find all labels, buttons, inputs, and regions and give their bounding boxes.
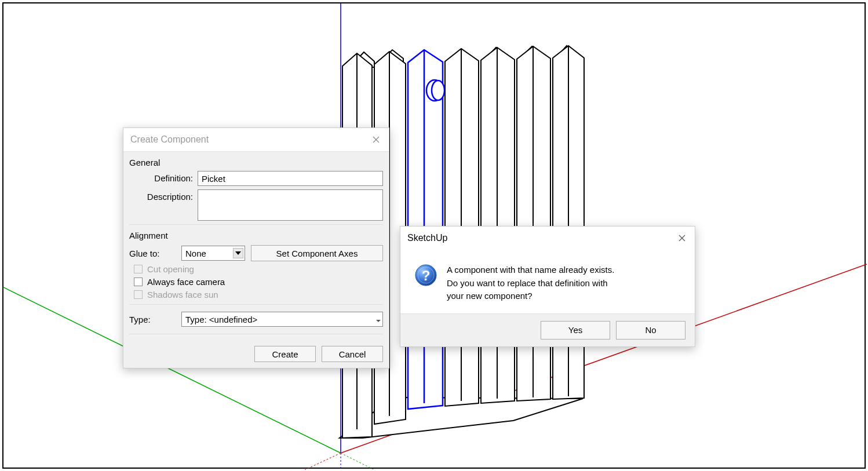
yes-button[interactable]: Yes — [541, 321, 610, 339]
create-component-dialog[interactable]: Create Component General Definition: Des… — [123, 127, 389, 368]
cancel-button[interactable]: Cancel — [322, 346, 383, 362]
confirm-message-line: A component with that name already exist… — [447, 264, 614, 277]
confirm-footer: Yes No — [400, 313, 695, 346]
viewport[interactable]: Create Component General Definition: Des… — [2, 2, 866, 469]
definition-label: Definition: — [129, 171, 198, 183]
confirm-body: ? A component with that name already exi… — [400, 250, 695, 313]
always-face-camera-checkbox[interactable] — [134, 278, 143, 286]
no-button[interactable]: No — [616, 321, 685, 339]
description-label: Description: — [129, 189, 198, 202]
svg-text:?: ? — [422, 268, 431, 283]
dialog-title: Create Component — [130, 134, 209, 145]
dialog-title-bar[interactable]: Create Component — [123, 128, 389, 151]
glue-to-value: None — [185, 249, 206, 258]
type-select[interactable]: Type: <undefined> — [181, 312, 383, 327]
confirm-message-line: your new component? — [447, 290, 614, 303]
set-component-axes-button[interactable]: Set Component Axes — [251, 245, 383, 261]
description-input[interactable] — [198, 189, 383, 221]
shadows-face-sun-label: Shadows face sun — [147, 290, 218, 300]
confirm-message: A component with that name already exist… — [447, 264, 614, 303]
type-label: Type: — [129, 315, 176, 324]
confirm-dialog[interactable]: SketchUp ? — [400, 226, 695, 347]
svg-marker-29 — [235, 251, 241, 255]
always-face-camera-label: Always face camera — [147, 277, 225, 287]
dialog-body: General Definition: Description: Alignme… — [123, 151, 389, 368]
definition-input[interactable] — [198, 171, 383, 186]
cut-opening-checkbox — [134, 265, 143, 273]
shadows-face-sun-option: Shadows face sun — [129, 288, 383, 301]
close-icon[interactable] — [675, 231, 689, 245]
confirm-message-line: Do you want to replace that definition w… — [447, 277, 614, 290]
general-section-label: General — [129, 155, 383, 171]
create-button[interactable]: Create — [254, 346, 316, 362]
cut-opening-label: Cut opening — [147, 264, 194, 274]
always-face-camera-option[interactable]: Always face camera — [129, 275, 383, 288]
glue-to-label: Glue to: — [129, 249, 176, 258]
cut-opening-option: Cut opening — [129, 262, 383, 275]
svg-marker-30 — [376, 320, 381, 322]
alignment-section-label: Alignment — [129, 228, 383, 244]
shadows-face-sun-checkbox — [134, 290, 143, 299]
confirm-title-bar[interactable]: SketchUp — [400, 227, 695, 250]
close-icon[interactable] — [369, 133, 383, 147]
confirm-title: SketchUp — [407, 233, 447, 243]
question-icon: ? — [414, 264, 437, 287]
svg-point-20 — [432, 81, 444, 100]
chevron-down-icon — [233, 248, 243, 258]
glue-to-select[interactable]: None — [181, 246, 245, 261]
type-value: Type: <undefined> — [185, 315, 257, 324]
chevron-down-icon — [375, 315, 381, 324]
